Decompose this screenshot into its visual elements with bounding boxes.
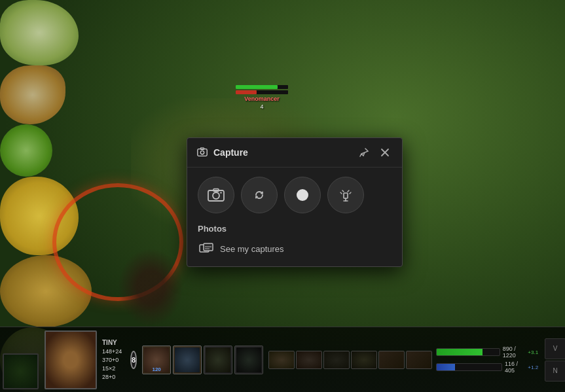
hero-portrait — [45, 330, 97, 389]
ability-slot-q[interactable]: 120 — [142, 346, 171, 374]
panel-body: Photos See my captures — [187, 168, 402, 266]
panel-header-actions — [356, 145, 393, 160]
tree-decoration — [0, 124, 52, 177]
ability-q-mana: 120 — [152, 366, 160, 372]
ability-slot-e[interactable] — [204, 346, 232, 374]
stat-value-1: 148+24 — [102, 348, 125, 355]
capture-panel: Capture — [187, 137, 403, 267]
mana-text: 116 / 405 — [505, 361, 525, 374]
health-max: 1220 — [503, 352, 516, 359]
see-captures-text: See my captures — [220, 244, 284, 254]
enemy-secondary-bar — [236, 90, 288, 94]
character-area — [118, 248, 183, 327]
stat-row-4: 28+0 — [102, 374, 125, 380]
r-slot-1[interactable]: V — [545, 338, 565, 359]
health-bar-bg — [436, 348, 500, 356]
stat-row-3: 15×2 — [102, 365, 125, 372]
broadcast-button[interactable] — [327, 177, 364, 213]
minimap[interactable] — [3, 353, 39, 389]
item-slot-3[interactable] — [323, 351, 350, 369]
svg-line-13 — [348, 190, 349, 192]
item-slot-5[interactable] — [378, 351, 405, 369]
mana-bar-fill — [437, 364, 455, 370]
tree-decoration — [0, 65, 65, 124]
capture-panel-icon — [196, 147, 208, 158]
enemy-red-fill — [236, 90, 257, 94]
panel-title: Capture — [213, 147, 351, 158]
stat-row-1: 148+24 — [102, 348, 125, 355]
enemy-hp-number: 4 — [260, 103, 263, 110]
mana-current: 116 — [505, 361, 515, 367]
screenshot-button[interactable] — [198, 177, 234, 213]
level-number: 8 — [132, 356, 136, 364]
stat-value-3: 15×2 — [102, 365, 125, 372]
panel-header: Capture — [187, 138, 402, 168]
close-button[interactable] — [377, 145, 393, 160]
pin-button[interactable] — [356, 145, 372, 160]
item-slot-1[interactable] — [268, 351, 295, 369]
svg-line-12 — [342, 190, 344, 192]
mana-bar-row: 116 / 405 +1.2 — [436, 361, 538, 374]
item-slot-6[interactable] — [406, 351, 432, 369]
right-hud: V N — [545, 338, 565, 382]
svg-point-6 — [213, 192, 219, 199]
stat-row-2: 370+0 — [102, 357, 125, 363]
health-current: 890 — [503, 346, 513, 352]
enemy-name: Venomancer — [244, 96, 280, 102]
enemy-hp-fill — [236, 85, 278, 89]
section-label: Photos — [198, 224, 392, 234]
record-dot — [297, 189, 308, 201]
health-regen: +3.1 — [528, 349, 538, 355]
see-captures-row[interactable]: See my captures — [198, 240, 392, 257]
svg-line-14 — [340, 192, 342, 194]
captures-gallery-icon — [199, 243, 213, 255]
ability-bar[interactable]: 120 — [142, 346, 263, 374]
enemy-health-display: Venomancer 4 — [236, 85, 288, 110]
item-slot-2[interactable] — [296, 351, 322, 369]
enemy-hp-bar — [236, 85, 288, 89]
svg-rect-2 — [200, 148, 204, 150]
ability-slot-w[interactable] — [173, 346, 202, 374]
stat-value-4: 28+0 — [102, 374, 125, 380]
instant-replay-button[interactable] — [241, 177, 278, 213]
record-button[interactable] — [284, 177, 321, 213]
health-text: 890 / 1220 — [503, 346, 526, 359]
health-bar-fill — [437, 349, 483, 355]
svg-rect-7 — [213, 189, 219, 192]
tree-decoration — [0, 0, 79, 65]
capture-buttons-row — [198, 177, 392, 213]
level-badge: 8 — [130, 351, 137, 369]
mana-max: 405 — [505, 367, 515, 374]
stat-value-2: 370+0 — [102, 357, 125, 363]
item-slot-4[interactable] — [351, 351, 377, 369]
health-bar-row: 890 / 1220 +3.1 — [436, 346, 538, 359]
svg-line-15 — [350, 192, 351, 194]
hero-stats: TINY 148+24 370+0 15×2 28+0 — [100, 336, 128, 383]
r-slot-2[interactable]: N — [545, 361, 565, 382]
svg-rect-9 — [344, 193, 348, 198]
item-bar[interactable] — [268, 351, 432, 369]
mana-bar-bg — [436, 363, 502, 371]
hero-name: TINY — [102, 339, 125, 346]
hud-bar: TINY 148+24 370+0 15×2 28+0 8 120 — [0, 327, 565, 392]
ability-slot-r[interactable] — [234, 346, 263, 374]
health-mana-display: 890 / 1220 +3.1 116 / 405 +1.2 — [435, 344, 539, 375]
svg-point-1 — [200, 151, 204, 154]
svg-point-8 — [220, 192, 221, 193]
mana-regen: +1.2 — [528, 365, 538, 370]
